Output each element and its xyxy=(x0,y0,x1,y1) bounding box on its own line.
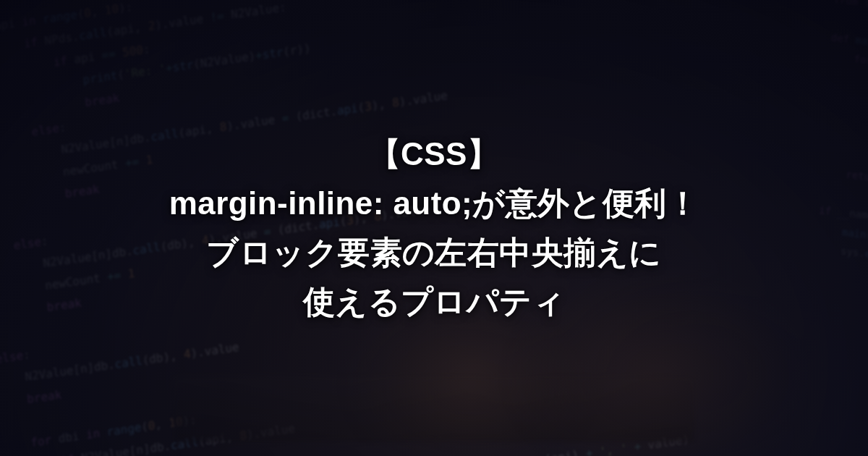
title-line-2: margin-inline: auto;が意外と便利！ xyxy=(169,179,699,228)
title-container: 【CSS】 margin-inline: auto;が意外と便利！ ブロック要素… xyxy=(0,0,868,456)
title-line-4: 使えるプロパティ xyxy=(303,277,566,326)
title-line-1: 【CSS】 xyxy=(369,130,500,179)
title-line-3: ブロック要素の左右中央揃えに xyxy=(206,228,661,277)
